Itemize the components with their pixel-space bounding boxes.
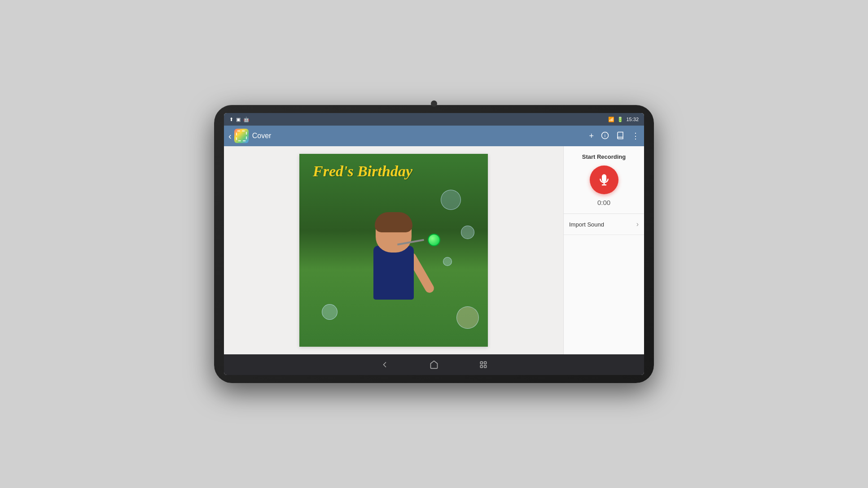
child-head: [376, 212, 412, 253]
add-button[interactable]: +: [589, 132, 594, 140]
svg-rect-4: [480, 366, 482, 368]
back-nav-button[interactable]: [378, 358, 391, 371]
recording-time: 0:00: [597, 199, 610, 206]
page-title: Cover: [252, 132, 589, 140]
recording-section: Start Recording 0:00: [564, 146, 644, 214]
photo-title: Fred's Birthday: [313, 163, 412, 179]
page-area: Fred's Birthday: [224, 146, 563, 354]
bubble-decoration-5: [456, 306, 479, 329]
toolbar-actions: + i ⋮: [589, 131, 640, 141]
bubble-decoration-2: [461, 226, 474, 239]
status-icons-left: ⬆ ▣ 🤖: [229, 117, 250, 122]
mic-icon: [597, 173, 611, 187]
wifi-icon: 📶: [608, 117, 614, 122]
app-toolbar: ‹ Cover + i ⋮: [224, 126, 644, 146]
side-panel: Start Recording 0:00 Import Sound ›: [563, 146, 644, 354]
back-button[interactable]: ‹: [228, 131, 232, 141]
app-icon: [234, 129, 249, 143]
main-content: Fred's Birthday Start Recording 0:00: [224, 146, 644, 354]
status-right: 📶 🔋 15:32: [608, 117, 639, 122]
svg-rect-5: [484, 366, 487, 368]
front-camera: [431, 100, 437, 107]
svg-rect-2: [480, 362, 482, 364]
page-photo: [299, 154, 488, 347]
child-body: [373, 246, 414, 300]
upload-status-icon: ⬆: [229, 117, 233, 122]
import-sound-row[interactable]: Import Sound ›: [564, 214, 644, 235]
home-nav-button[interactable]: [427, 358, 441, 371]
child-figure: [349, 203, 438, 347]
bubble-decoration-1: [441, 190, 461, 210]
book-button[interactable]: [616, 131, 624, 141]
svg-rect-3: [484, 362, 487, 364]
import-sound-label: Import Sound: [569, 221, 604, 228]
status-bar: ⬆ ▣ 🤖 📶 🔋 15:32: [224, 113, 644, 126]
battery-icon: 🔋: [617, 117, 623, 122]
recording-title: Start Recording: [582, 153, 626, 160]
bubble-decoration-4: [322, 304, 338, 320]
book-page: Fred's Birthday: [299, 154, 488, 347]
android-status-icon: 🤖: [243, 117, 250, 122]
sim-status-icon: ▣: [236, 117, 241, 122]
svg-text:i: i: [605, 132, 605, 138]
nav-bar: [224, 354, 644, 375]
recents-nav-button[interactable]: [477, 358, 490, 371]
child-hair: [375, 212, 412, 232]
bubble-decoration-3: [443, 257, 452, 266]
clock: 15:32: [626, 117, 639, 122]
record-button[interactable]: [590, 166, 618, 194]
bubble-green: [428, 234, 440, 246]
tablet-screen: ⬆ ▣ 🤖 📶 🔋 15:32 ‹ Cover + i: [224, 113, 644, 375]
page-title-overlay: Fred's Birthday: [313, 163, 474, 180]
chevron-right-icon: ›: [636, 220, 639, 228]
more-button[interactable]: ⋮: [631, 132, 640, 140]
info-button[interactable]: i: [601, 131, 609, 141]
tablet-device: ⬆ ▣ 🤖 📶 🔋 15:32 ‹ Cover + i: [214, 105, 654, 383]
